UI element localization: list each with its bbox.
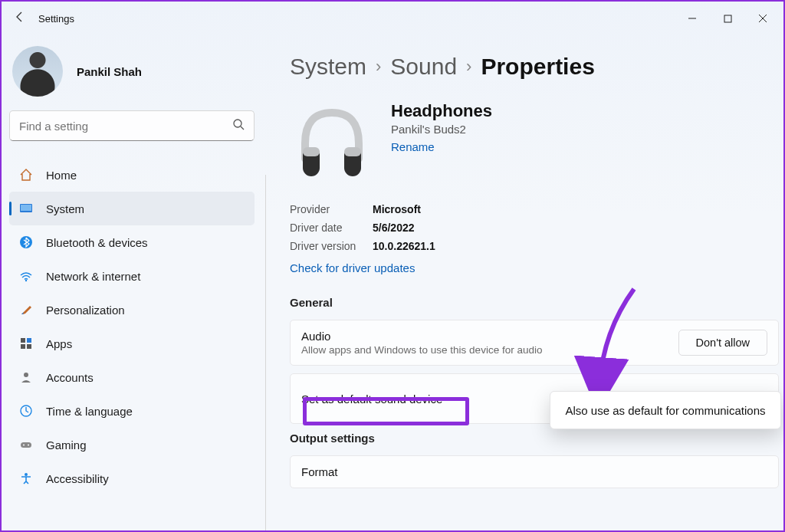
sidebar-item-label: Gaming [46,438,87,452]
svg-rect-23 [344,147,361,156]
format-card[interactable]: Format [290,455,779,488]
audio-card: Audio Allow apps and Windows to use this… [290,320,779,366]
sidebar-divider [265,175,266,530]
svg-point-17 [23,445,25,446]
svg-rect-22 [303,147,320,156]
back-button[interactable] [5,11,35,26]
svg-point-4 [234,120,241,127]
chevron-right-icon: › [376,57,381,77]
driver-version-value: 10.0.22621.1 [373,238,435,256]
sidebar-item-label: Bluetooth & devices [46,236,148,249]
breadcrumb-sound[interactable]: Sound [390,54,457,80]
dont-allow-button[interactable]: Don't allow [678,330,767,356]
check-driver-updates-link[interactable]: Check for driver updates [290,261,415,274]
sidebar-item-network[interactable]: Network & internet [9,259,255,293]
headphones-icon [290,101,374,189]
svg-rect-12 [21,344,25,349]
svg-point-14 [24,373,28,377]
nav: Home System Bluetooth & devices Network … [9,158,255,495]
minimize-button[interactable] [675,3,710,34]
breadcrumb-properties: Properties [481,54,594,80]
svg-rect-13 [27,344,31,349]
driver-date-value: 5/6/2022 [373,219,415,238]
svg-rect-16 [21,442,31,448]
main-content: System › Sound › Properties Headphones P… [262,35,783,530]
default-communications-option[interactable]: Also use as default for communications [550,391,781,429]
sidebar-item-label: Accounts [46,371,94,384]
search-input[interactable] [19,120,232,133]
titlebar: Settings [2,2,783,35]
provider-label: Provider [290,201,373,219]
sidebar-item-label: Personalization [46,304,125,317]
sidebar-item-accessibility[interactable]: Accessibility [9,461,255,495]
sidebar: Pankil Shah Home System Bluetooth & devi… [2,35,262,530]
svg-rect-10 [21,338,25,343]
breadcrumb-system[interactable]: System [290,54,366,80]
rename-link[interactable]: Rename [391,140,435,153]
sidebar-item-home[interactable]: Home [9,158,255,192]
flyout-text: Also use as default for communications [566,404,766,417]
sidebar-item-label: Apps [46,337,72,350]
sidebar-item-time-language[interactable]: Time & language [9,394,255,428]
close-button[interactable] [745,3,780,34]
breadcrumb: System › Sound › Properties [290,54,779,80]
system-icon [18,201,34,216]
paintbrush-icon [18,302,34,317]
format-title: Format [301,465,338,478]
home-icon [18,167,34,182]
audio-subtitle: Allow apps and Windows to use this devic… [301,344,542,356]
search-box[interactable] [9,110,255,141]
device-header: Headphones Pankil's Buds2 Rename [290,101,779,189]
sidebar-item-label: Time & language [46,405,133,418]
svg-point-19 [25,473,28,476]
app-title: Settings [38,13,74,25]
sidebar-item-label: Accessibility [46,472,109,485]
sidebar-item-system[interactable]: System [9,192,255,225]
window-controls [675,3,780,34]
svg-rect-1 [724,15,731,22]
wifi-icon [18,268,34,284]
section-output: Output settings [290,432,779,445]
svg-rect-7 [21,205,31,211]
clock-globe-icon [18,403,34,419]
accounts-icon [18,369,34,385]
sidebar-item-personalization[interactable]: Personalization [9,293,255,327]
driver-version-label: Driver version [290,238,373,256]
svg-line-5 [241,126,244,130]
apps-icon [18,336,34,351]
svg-point-18 [28,445,29,446]
accessibility-icon [18,471,34,486]
gamepad-icon [18,437,34,452]
sidebar-item-label: Network & internet [46,270,140,283]
maximize-button[interactable] [710,3,745,34]
audio-title: Audio [301,330,542,343]
search-icon [232,118,245,133]
provider-value: Microsoft [373,201,421,219]
sidebar-item-label: Home [46,169,77,182]
sidebar-item-apps[interactable]: Apps [9,327,255,360]
chevron-right-icon: › [466,57,471,77]
user-name: Pankil Shah [77,65,142,78]
driver-date-label: Driver date [290,219,373,238]
svg-rect-11 [27,338,31,343]
sidebar-item-bluetooth[interactable]: Bluetooth & devices [9,225,255,259]
device-subtitle: Pankil's Buds2 [391,123,492,136]
default-device-title: Set as default sound device [301,392,442,406]
svg-point-9 [25,280,27,281]
sidebar-item-label: System [46,202,84,215]
sidebar-item-accounts[interactable]: Accounts [9,360,255,394]
bluetooth-icon [18,235,34,250]
device-title: Headphones [391,101,492,121]
avatar [12,46,63,97]
device-meta: ProviderMicrosoft Driver date5/6/2022 Dr… [290,201,779,255]
user-profile[interactable]: Pankil Shah [9,46,255,110]
section-general: General [290,296,779,309]
sidebar-item-gaming[interactable]: Gaming [9,428,255,461]
